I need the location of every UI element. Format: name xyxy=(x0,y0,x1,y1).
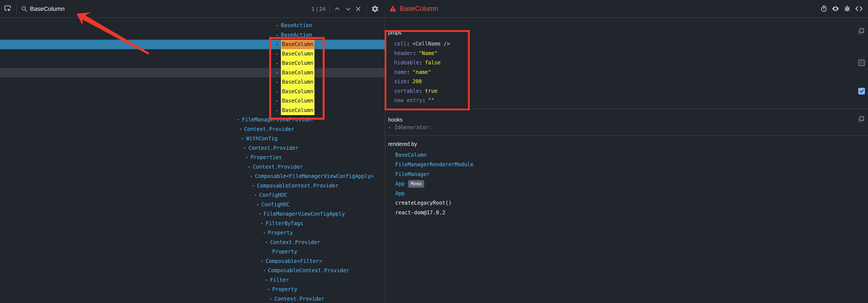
caret-collapsed-icon[interactable]: ▸ xyxy=(276,106,281,115)
caret-collapsed-icon[interactable]: ▸ xyxy=(389,123,394,132)
tree-row-Context.Provider[interactable]: ▾Context.Provider xyxy=(0,125,385,134)
tree-row-Property[interactable]: ▾Property xyxy=(0,228,385,238)
tree-row-Composable<FileManagerViewConfigApply>[interactable]: ▾Composable<FileManagerViewConfigApply> xyxy=(0,172,385,181)
stopwatch-icon[interactable] xyxy=(820,5,827,12)
tree-row-Composable<Filter>[interactable]: ▾Composable<Filter> xyxy=(0,256,385,266)
caret-collapsed-icon[interactable]: ▸ xyxy=(276,49,281,59)
tree-row-ConfigHOC[interactable]: ▾ConfigHOC xyxy=(0,200,385,210)
caret-expanded-icon[interactable]: ▾ xyxy=(250,172,255,181)
caret-expanded-icon[interactable]: ▾ xyxy=(246,153,251,162)
prop-row-name[interactable]: name:"name" xyxy=(386,68,868,77)
prop-value[interactable]: "" xyxy=(428,97,434,103)
component-name: Context.Provider xyxy=(244,125,294,134)
tree-row-BaseAction[interactable]: ▸BaseAction xyxy=(0,21,385,30)
caret-expanded-icon[interactable]: ▾ xyxy=(265,275,270,285)
caret-expanded-icon[interactable]: ▾ xyxy=(244,144,248,153)
prop-checkbox-checked[interactable] xyxy=(858,88,865,94)
chevron-down-icon[interactable] xyxy=(345,0,352,18)
search-input[interactable]: BaseColumn xyxy=(30,0,65,18)
owner-link[interactable]: App xyxy=(395,188,405,198)
caret-expanded-icon[interactable]: ▾ xyxy=(242,134,246,144)
tree-row-Filter[interactable]: ▾Filter xyxy=(0,275,385,285)
prop-value[interactable]: false xyxy=(425,60,440,66)
prop-row-header[interactable]: header:"Name" xyxy=(386,49,868,58)
caret-collapsed-icon[interactable]: ▸ xyxy=(276,30,281,40)
prop-row-new-entry[interactable]: new entry:"" xyxy=(386,96,868,105)
prop-value[interactable]: 200 xyxy=(412,79,422,85)
tree-row-BaseAction[interactable]: ▸BaseAction xyxy=(0,30,385,40)
prop-row-cell[interactable]: cell:<CellName /> xyxy=(386,39,868,49)
caret-expanded-icon[interactable]: ▾ xyxy=(257,200,261,210)
prop-value[interactable]: "name" xyxy=(412,69,431,75)
prop-row-sortable[interactable]: sortable:true xyxy=(386,87,868,96)
close-icon[interactable] xyxy=(355,0,362,18)
tree-row-Context.Provider[interactable]: ▾Context.Provider xyxy=(0,294,385,303)
prop-value[interactable]: <CellName /> xyxy=(412,41,450,47)
caret-collapsed-icon[interactable]: ▸ xyxy=(276,68,281,78)
tree-row-BaseColumn[interactable]: ▸BaseColumn xyxy=(0,96,385,106)
caret-expanded-icon[interactable]: ▾ xyxy=(261,219,266,229)
chevron-up-icon[interactable] xyxy=(334,0,341,18)
component-name: BaseColumn xyxy=(281,68,314,78)
component-name: BaseColumn xyxy=(281,49,314,59)
eye-icon[interactable] xyxy=(832,5,839,12)
tree-row-Context.Provider[interactable]: ▾Context.Provider xyxy=(0,144,385,153)
caret-collapsed-icon[interactable]: ▸ xyxy=(276,78,281,87)
tree-row-ConfigHOC[interactable]: ▾ConfigHOC xyxy=(0,190,385,200)
caret-expanded-icon[interactable]: ▾ xyxy=(248,162,253,172)
tree-row-Context.Provider[interactable]: ▾Context.Provider xyxy=(0,162,385,172)
caret-expanded-icon[interactable]: ▾ xyxy=(270,294,274,303)
caret-collapsed-icon[interactable]: ▸ xyxy=(276,21,281,30)
caret-collapsed-icon[interactable]: ▸ xyxy=(276,96,281,106)
caret-collapsed-icon[interactable]: ▸ xyxy=(276,59,281,68)
tree-row-BaseColumn[interactable]: ▸BaseColumn xyxy=(0,78,385,87)
caret-expanded-icon[interactable]: ▾ xyxy=(265,238,270,247)
owner-link[interactable]: FileManagerRendererModule xyxy=(395,160,473,169)
caret-collapsed-icon[interactable]: ▸ xyxy=(276,40,281,49)
tree-row-BaseColumn[interactable]: ▸BaseColumn xyxy=(0,68,385,78)
tree-row-Context.Provider[interactable]: ▾Context.Provider xyxy=(0,238,385,247)
tree-row-BaseColumn[interactable]: ▸BaseColumn xyxy=(0,40,385,49)
tree-row-Property[interactable]: Property xyxy=(0,247,385,256)
prop-value[interactable]: true xyxy=(425,88,437,94)
owner-link[interactable]: App xyxy=(395,179,405,188)
caret-expanded-icon[interactable]: ▾ xyxy=(254,190,259,200)
caret-expanded-icon[interactable]: ▾ xyxy=(263,228,268,238)
tree-row-WithConfig[interactable]: ▾WithConfig xyxy=(0,134,385,144)
hook-row-IdGenerator[interactable]: ▸IdGenerator: xyxy=(386,123,868,132)
caret-expanded-icon[interactable]: ▾ xyxy=(252,181,257,191)
inspect-element-icon[interactable] xyxy=(4,0,12,18)
component-name: BaseColumn xyxy=(281,59,314,68)
prop-row-size[interactable]: size:200 xyxy=(386,77,868,87)
tree-row-Properties[interactable]: ▾Properties xyxy=(0,153,385,162)
component-name: BaseColumn xyxy=(281,40,314,49)
code-icon[interactable] xyxy=(855,5,863,12)
owner-link[interactable]: FileManager xyxy=(395,170,430,179)
copy-icon[interactable] xyxy=(858,28,865,35)
tree-row-FilterByTags[interactable]: ▾FilterByTags xyxy=(0,219,385,229)
tree-row-Property[interactable]: ▾Property xyxy=(0,285,385,294)
bug-icon[interactable] xyxy=(844,5,851,12)
caret-collapsed-icon[interactable]: ▸ xyxy=(276,87,281,96)
prop-value[interactable]: "Name" xyxy=(418,50,437,56)
caret-expanded-icon[interactable]: ▾ xyxy=(261,256,266,266)
caret-expanded-icon[interactable]: ▾ xyxy=(268,285,272,294)
tree-row-ComposableContext.Provider[interactable]: ▾ComposableContext.Provider xyxy=(0,181,385,191)
tree-row-FileManagerViewProvider[interactable]: ▾FileManagerViewProvider xyxy=(0,115,385,125)
prop-checkbox-unchecked[interactable] xyxy=(858,59,865,66)
tree-row-FileManagerViewConfigApply[interactable]: ▾FileManagerViewConfigApply xyxy=(0,209,385,219)
component-name: FilterByTags xyxy=(266,219,303,229)
tree-row-BaseColumn[interactable]: ▸BaseColumn xyxy=(0,59,385,68)
prop-row-hideable[interactable]: hideable:false xyxy=(386,58,868,68)
caret-expanded-icon[interactable]: ▾ xyxy=(259,209,264,219)
tree-row-BaseColumn[interactable]: ▸BaseColumn xyxy=(0,87,385,96)
owner-link[interactable]: BaseColumn xyxy=(395,150,427,160)
tree-row-BaseColumn[interactable]: ▸BaseColumn xyxy=(0,49,385,59)
caret-expanded-icon[interactable]: ▾ xyxy=(263,266,268,275)
caret-expanded-icon[interactable]: ▾ xyxy=(237,115,242,125)
copy-icon[interactable] xyxy=(858,116,865,124)
caret-expanded-icon[interactable]: ▾ xyxy=(239,125,244,134)
tree-row-BaseColumn[interactable]: ▸BaseColumn xyxy=(0,106,385,115)
gear-icon[interactable] xyxy=(371,0,379,18)
tree-row-ComposableContext.Provider[interactable]: ▾ComposableContext.Provider xyxy=(0,266,385,275)
